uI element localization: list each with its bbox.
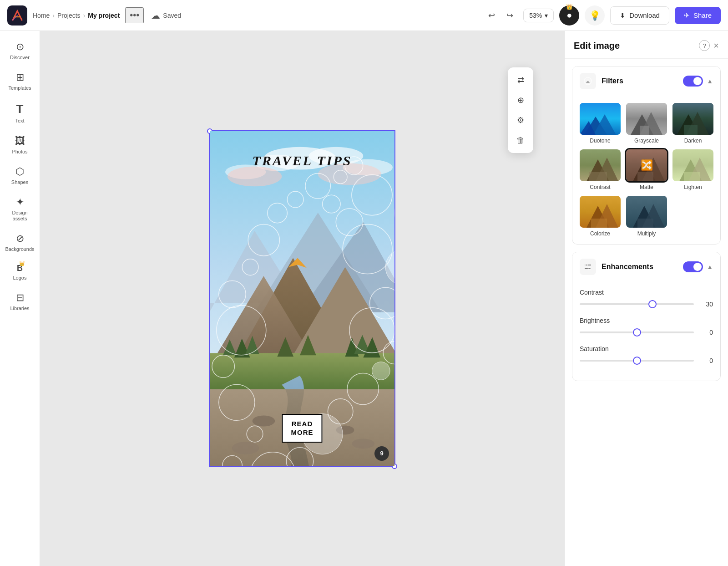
enhancements-toggle[interactable] [683,261,703,272]
download-button[interactable]: ⬇ Download [610,6,669,25]
help-button[interactable]: ? [699,40,710,51]
backgrounds-icon: ⊘ [16,233,24,245]
zoom-control[interactable]: 53% ▾ [523,9,554,22]
sidebar-item-text[interactable]: T Text [2,97,38,128]
sidebar-item-discover[interactable]: ⊙ Discover [2,36,38,65]
filter-name-matte: Matte [640,184,653,190]
breadcrumb-home[interactable]: Home [33,12,50,19]
swap-button[interactable]: ⇄ [511,71,530,89]
crown-icon: 👑 [566,4,573,10]
templates-icon: ⊞ [16,71,24,83]
photos-icon: 🖼 [15,135,25,147]
text-icon: T [16,102,24,116]
sidebar-item-label-shapes: Shapes [11,179,28,185]
undo-redo-group: ↩ ↪ [483,7,518,24]
close-panel-button[interactable]: × [713,41,719,51]
contrast-slider[interactable] [580,303,694,305]
panel-header: Edit image ? × [565,31,728,59]
filter-duotone[interactable]: Duotone [580,103,621,144]
enhancements-section: Enhancements ▲ Contrast 30 Brightness [572,252,721,381]
settings-button[interactable]: ⚙ [511,111,530,129]
lightbulb-button[interactable]: 💡 [585,5,605,25]
saturation-slider[interactable] [580,360,694,362]
breadcrumb-projects[interactable]: Projects [57,12,81,19]
brightness-slider[interactable] [580,331,694,333]
svg-rect-83 [684,172,700,181]
filter-matte[interactable]: 🔀 Matte [626,149,667,190]
filter-thumb-contrast [580,149,621,181]
sidebar-item-backgrounds[interactable]: ⊘ Backgrounds [2,228,38,257]
filter-colorize[interactable]: Colorize [580,196,621,237]
contrast-slider-row: 30 [580,301,713,308]
sidebar-item-label-templates: Templates [8,85,31,91]
filters-toggle[interactable] [683,76,703,87]
floating-toolbar: ⇄ ⊕ ⚙ 🗑 [508,67,533,153]
filter-multiply[interactable]: Multiply [626,196,667,237]
sidebar-item-templates[interactable]: ⊞ Templates [2,67,38,96]
redo-button[interactable]: ↪ [501,7,518,24]
shapes-icon: ⬡ [15,166,24,178]
canvas[interactable]: TRAVEL TIPS READMORE 9 [209,130,395,467]
brightness-row: Brightness 0 [580,317,713,336]
svg-point-25 [253,415,275,426]
contrast-value: 30 [699,301,713,308]
share-button[interactable]: ✈ Share [675,7,721,24]
svg-rect-67 [640,126,649,135]
enhancements-icon [580,259,596,275]
brightness-value: 0 [699,329,713,336]
sidebar-item-photos[interactable]: 🖼 Photos [2,131,38,159]
avatar[interactable]: 👑 ● [559,5,579,25]
sidebar-item-libraries[interactable]: ⊟ Libraries [2,287,38,316]
contrast-label: Contrast [580,289,713,296]
download-icon: ⬇ [620,11,626,20]
zoom-chevron-icon: ▾ [545,12,548,19]
saturation-row: Saturation 0 [580,345,713,364]
read-more-box[interactable]: READMORE [282,414,323,443]
save-status: ☁ Saved [151,10,181,21]
svg-rect-79 [637,172,653,181]
filter-thumb-lighten [672,149,713,181]
enhancements-section-header[interactable]: Enhancements ▲ [572,252,720,281]
breadcrumb-current: My project [88,12,120,19]
zoom-level: 53% [529,12,542,19]
filter-grayscale[interactable]: Grayscale [626,103,667,144]
filter-name-colorize: Colorize [590,230,610,237]
avatar-initial: ● [566,10,572,20]
filter-name-contrast: Contrast [590,184,610,190]
filters-section-header[interactable]: Filters ▲ [572,66,720,96]
enhancements-label: Enhancements [602,263,683,271]
filters-chevron-icon: ▲ [707,77,713,85]
filters-label: Filters [602,77,683,85]
filter-grid: Duotone [572,96,720,244]
enhancements-chevron-icon: ▲ [707,263,713,270]
filter-contrast[interactable]: Contrast [580,149,621,190]
filter-thumb-darken [672,103,713,135]
filter-name-multiply: Multiply [637,230,656,237]
canvas-background: TRAVEL TIPS READMORE [210,131,394,466]
filter-thumb-multiply [626,196,667,228]
sidebar-item-label-libraries: Libraries [10,306,29,311]
filter-thumb-matte: 🔀 [626,149,667,181]
main-area: ⊙ Discover ⊞ Templates T Text 🖼 Photos ⬡… [0,31,728,566]
filter-lighten[interactable]: Lighten [672,149,713,190]
svg-rect-87 [591,219,607,228]
filter-name-darken: Darken [684,138,702,144]
contrast-row: Contrast 30 [580,289,713,308]
undo-button[interactable]: ↩ [483,7,500,24]
edit-panel: Edit image ? × Filters ▲ [564,31,728,566]
add-element-button[interactable]: ⊕ [511,91,530,109]
libraries-icon: ⊟ [16,292,24,304]
breadcrumb-sep1: › [52,12,55,19]
app-logo[interactable] [7,5,27,25]
delete-button[interactable]: 🗑 [511,131,530,149]
canvas-area[interactable]: ⇄ ⊕ ⚙ 🗑 [40,31,564,566]
cloud-icon: ☁ [151,10,160,21]
saturation-label: Saturation [580,345,713,352]
sidebar-item-logos[interactable]: B👑 Logos [2,259,38,286]
lightbulb-icon: 💡 [589,10,601,21]
filter-darken[interactable]: Darken [672,103,713,144]
more-button[interactable]: ••• [125,7,144,23]
sidebar-item-label-design-assets: Design assets [5,210,35,222]
sidebar-item-design-assets[interactable]: ✦ Design assets [2,192,38,226]
sidebar-item-shapes[interactable]: ⬡ Shapes [2,161,38,190]
